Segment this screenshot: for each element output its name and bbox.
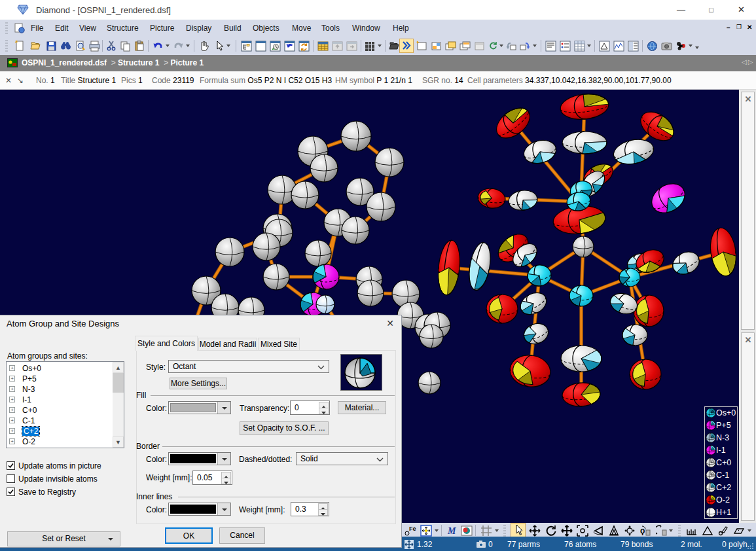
- svg-text:M: M: [447, 526, 456, 536]
- svg-text:Fe: Fe: [409, 525, 416, 532]
- svg-text:ϙ: ϙ: [640, 526, 645, 535]
